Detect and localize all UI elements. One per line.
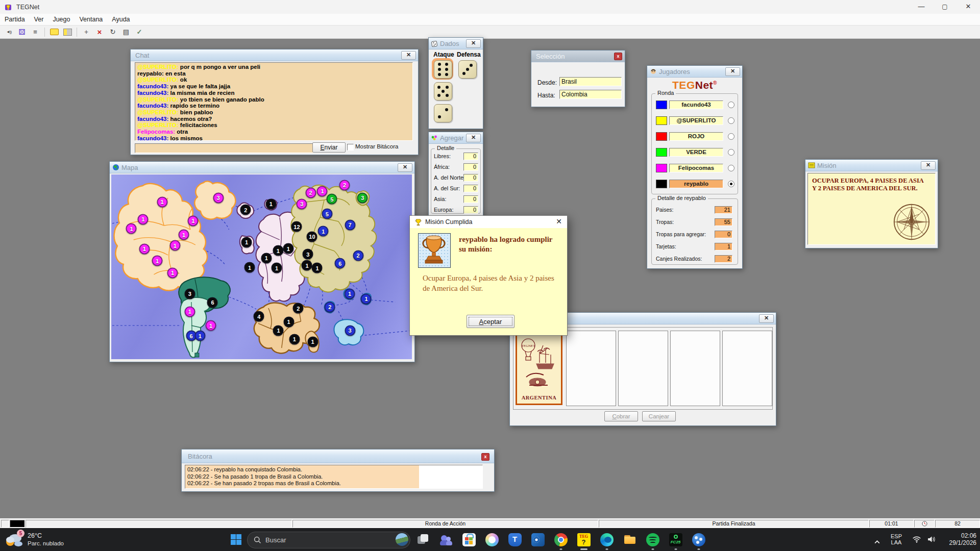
close-red-icon[interactable]: × (93, 27, 106, 38)
search-daily-image[interactable] (396, 533, 408, 546)
tray-clock[interactable]: 02:0629/1/2026 (942, 532, 976, 546)
army-marker[interactable]: 1 (205, 320, 216, 331)
chat-window-icon[interactable] (48, 27, 60, 38)
army-marker[interactable]: 10 (307, 231, 317, 242)
player-turn-radio[interactable] (728, 117, 734, 124)
spotify-icon[interactable] (641, 528, 664, 551)
army-marker[interactable]: 2 (240, 205, 251, 215)
tray-chevron-icon[interactable] (874, 537, 880, 546)
file-explorer-icon[interactable] (618, 528, 641, 551)
exchange-button[interactable]: Canjear (642, 411, 676, 421)
player-turn-radio[interactable] (728, 102, 734, 108)
army-marker[interactable]: 1 (152, 256, 163, 266)
from-field[interactable]: Brasil (559, 77, 622, 86)
menu-item-ayuda[interactable]: Ayuda (107, 14, 134, 25)
log-list-icon[interactable]: ≡ (29, 27, 41, 38)
army-marker[interactable]: 1 (361, 293, 372, 304)
army-marker[interactable]: 1 (184, 306, 195, 317)
teams-classic-icon[interactable] (503, 528, 526, 551)
game-dice-icon[interactable]: ⚄ (16, 27, 28, 38)
volume-icon[interactable] (927, 536, 936, 545)
army-marker[interactable]: 1 (289, 334, 300, 344)
empty-card-slot[interactable] (566, 331, 616, 406)
empty-card-slot[interactable] (670, 331, 720, 406)
map-close-icon[interactable]: ✕ (398, 163, 412, 172)
army-marker[interactable]: 4 (254, 311, 264, 322)
teams-icon[interactable] (434, 528, 457, 551)
log-close-icon[interactable]: x (481, 453, 489, 461)
army-marker[interactable]: 2 (325, 302, 335, 312)
selection-titlebar[interactable]: Selección (531, 51, 625, 62)
log-list[interactable]: 02:06:22 - reypablo ha conquistado Colom… (185, 465, 483, 489)
army-marker[interactable]: 3 (213, 192, 224, 203)
dice-close-icon[interactable]: ✕ (466, 39, 481, 48)
army-marker[interactable]: 1 (126, 223, 137, 234)
microsoft-store-icon[interactable] (457, 528, 480, 551)
cards-icon[interactable]: ▤ (120, 27, 132, 38)
taskbar-weather-widget[interactable]: 5 26°C Parc. nublado (5, 531, 64, 548)
selection-close-icon[interactable]: x (614, 53, 622, 60)
player-row[interactable]: @SUPERLITO (656, 116, 733, 125)
army-marker[interactable]: 2 (339, 180, 350, 190)
log-titlebar[interactable]: Bitácora (182, 449, 494, 463)
round-icon[interactable]: ↻ (107, 27, 119, 38)
army-marker[interactable]: 1 (302, 260, 312, 271)
dialog-close-icon[interactable]: ✕ (556, 217, 562, 226)
player-row[interactable]: VERDE (656, 147, 733, 157)
army-marker[interactable]: 1 (273, 325, 284, 336)
country-card-argentina[interactable]: TEGNET ARGENTINA (516, 332, 562, 405)
army-marker[interactable]: 1 (169, 240, 180, 251)
menu-item-ver[interactable]: Ver (30, 14, 48, 25)
mission-image-icon[interactable] (61, 27, 74, 38)
army-marker[interactable]: 1 (261, 253, 272, 263)
menu-item-juego[interactable]: Juego (48, 14, 75, 25)
player-row[interactable]: Felipocomas (656, 163, 733, 172)
empty-card-slot[interactable] (722, 331, 772, 406)
player-row[interactable]: ROJO (656, 132, 733, 141)
army-marker[interactable]: 1 (244, 262, 255, 273)
menu-item-ventana[interactable]: Ventana (75, 14, 107, 25)
army-marker[interactable]: 1 (167, 267, 178, 278)
maximize-icon[interactable]: ▢ (933, 0, 957, 14)
chrome-icon[interactable] (549, 528, 572, 551)
language-indicator[interactable]: ESPLAA (891, 533, 902, 545)
to-field[interactable]: Colombia (559, 90, 622, 99)
collect-button[interactable]: Cobrar (604, 411, 638, 421)
copilot-icon[interactable] (480, 528, 503, 551)
show-log-checkbox[interactable] (347, 144, 354, 151)
player-turn-radio[interactable] (728, 181, 734, 187)
army-marker[interactable]: 3 (345, 325, 355, 336)
army-marker[interactable]: 1 (283, 243, 293, 254)
army-marker[interactable]: 3 (357, 192, 368, 203)
army-marker[interactable]: 2 (353, 250, 363, 261)
army-marker[interactable]: 3 (184, 288, 195, 299)
player-turn-radio[interactable] (728, 165, 734, 171)
mission-titlebar[interactable]: Misión (805, 160, 938, 171)
army-marker[interactable]: 12 (291, 221, 302, 232)
army-marker[interactable]: 1 (178, 230, 189, 240)
confirm-check-icon[interactable]: ✓ (133, 27, 145, 38)
army-marker[interactable]: 1 (157, 196, 167, 207)
mission-close-icon[interactable]: ✕ (921, 161, 936, 170)
army-marker[interactable]: 3 (303, 249, 313, 260)
army-marker[interactable]: 1 (188, 215, 199, 226)
army-marker[interactable]: 5 (322, 209, 332, 219)
chat-close-icon[interactable]: ✕ (401, 51, 416, 60)
player-turn-radio[interactable] (728, 149, 734, 156)
players-close-icon[interactable]: ✕ (725, 67, 740, 76)
sound-icon[interactable]: ◄)) (3, 27, 15, 38)
map-canvas[interactable]: 1111111113361161211121111121235357110311… (111, 174, 412, 359)
player-row[interactable]: facundo43 (656, 100, 733, 109)
outlook-icon[interactable] (526, 528, 549, 551)
army-marker[interactable]: 7 (345, 219, 355, 230)
army-marker[interactable]: 2 (305, 187, 316, 198)
army-marker[interactable]: 1 (194, 331, 205, 341)
player-row[interactable]: reypablo (656, 179, 733, 188)
add-troops-close-icon[interactable]: ✕ (466, 134, 481, 142)
game-launcher-icon[interactable] (687, 528, 710, 551)
army-marker[interactable]: 1 (273, 245, 283, 256)
army-marker[interactable]: 1 (312, 263, 323, 273)
army-marker[interactable]: 5 (327, 194, 337, 205)
player-turn-radio[interactable] (728, 133, 734, 140)
army-marker[interactable]: 1 (345, 288, 355, 299)
